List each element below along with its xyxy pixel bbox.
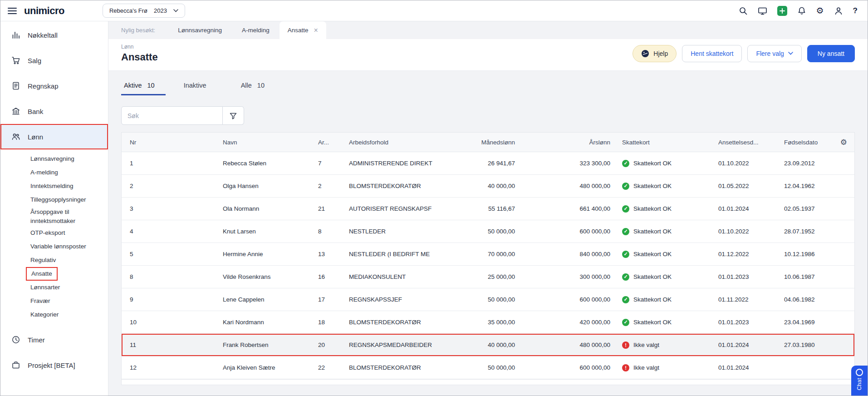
column-header[interactable]: Navn [223, 139, 318, 146]
table-row[interactable]: 11 Frank Robertsen 20 REGNSKAPSMEDARBEID… [122, 334, 854, 356]
sidebar-item-label: Timer [28, 336, 45, 344]
notifications-bell-icon[interactable] [797, 6, 806, 15]
ny-ansatt-button[interactable]: Ny ansatt [807, 45, 855, 62]
status-label: Ikke valgt [633, 364, 659, 371]
table-row[interactable]: 12 Anja Kleiven Sætre 22 BLOMSTERDEKORAT… [122, 356, 854, 379]
help-icon[interactable]: ? [853, 6, 858, 15]
search-input[interactable] [121, 106, 223, 125]
sidebar-subitem[interactable]: Fravær [0, 294, 108, 308]
tab-a-melding[interactable]: A-melding [232, 21, 280, 39]
filter-tab-alle[interactable]: Alle 10 [238, 78, 275, 95]
sidebar-subitem[interactable]: Årsoppgave til inntektsmottaker [0, 207, 108, 226]
cell-nr: 11 [130, 342, 223, 348]
cell-arbeidsforhold-nr: 21 [318, 205, 349, 212]
cell-arbeidsforhold: BLOMSTERDEKORATØR [349, 183, 454, 189]
sidebar-item-label: Nøkkeltall [28, 31, 58, 39]
cell-manedslonn: 25 000,00 [454, 273, 527, 280]
sidebar-subitem[interactable]: OTP-eksport [0, 226, 108, 240]
column-header[interactable]: Ansettelsesd... [718, 139, 784, 146]
column-header[interactable]: Arbeidsforhold [349, 139, 454, 146]
document-icon [11, 81, 20, 90]
user-profile-icon[interactable] [834, 6, 843, 15]
cell-navn: Hermine Annie [223, 251, 318, 257]
column-header[interactable]: Nr [130, 139, 223, 146]
hent-skattekort-button[interactable]: Hent skattekort [682, 45, 742, 62]
column-header[interactable]: Årslønn [527, 139, 622, 146]
table-row[interactable]: 10 Kari Nordmann 18 BLOMSTERDEKORATØR 35… [122, 311, 854, 334]
sidebar-subitem[interactable]: Variable lønnsposter [0, 240, 108, 253]
column-header[interactable]: Ar... [318, 139, 349, 146]
cell-fodselsdato: 04.06.1982 [784, 296, 839, 303]
add-new-icon[interactable] [777, 6, 787, 16]
flere-valg-button[interactable]: Flere valg [747, 45, 801, 62]
sidebar-item-lonn[interactable]: Lønn [0, 124, 108, 149]
cell-arbeidsforhold: NESTLEDER [349, 228, 454, 235]
help-button[interactable]: Hjelp [633, 45, 677, 62]
column-header[interactable]: Fødselsdato [784, 139, 839, 146]
table-row[interactable]: 1 Rebecca Stølen 7 ADMINISTRERENDE DIREK… [122, 152, 854, 175]
tab-close-icon[interactable]: × [314, 26, 318, 35]
sidebar-subitem[interactable]: A-melding [0, 166, 108, 179]
filter-tab-inaktive[interactable]: Inaktive [181, 78, 223, 95]
recent-tabs-strip: Nylig besøkt: Lønnsavregning A-melding A… [108, 21, 868, 39]
filter-button[interactable] [223, 106, 244, 125]
cell-nr: 10 [130, 319, 223, 326]
column-header[interactable]: Månedslønn [454, 139, 527, 146]
column-header[interactable]: Skattekort [622, 139, 718, 146]
sidebar-subitem[interactable]: Regulativ [0, 253, 108, 267]
table-row[interactable]: 9 Lene Cappelen 17 REGNSKAPSSJEF 50 000,… [122, 288, 854, 311]
sidebar-item-timer[interactable]: Timer [0, 327, 108, 352]
sidebar-subitem[interactable]: Ansatte [0, 267, 108, 281]
sidebar-item-regnskap[interactable]: Regnskap [0, 73, 108, 99]
clock-icon [11, 335, 20, 344]
sidebar-subitem-label: Lønnsarter [30, 283, 60, 292]
sidebar-subitem-label: Regulativ [30, 256, 56, 265]
sidebar-subitem[interactable]: Kategorier [0, 308, 108, 322]
sidebar-item-label: Regnskap [28, 82, 59, 90]
cell-arbeidsforhold: ADMINISTRERENDE DIREKT [349, 160, 454, 167]
screen-share-icon[interactable] [758, 6, 767, 15]
filter-tab-aktive[interactable]: Aktive 10 [121, 78, 166, 95]
cell-manedslonn: 50 000,00 [454, 296, 527, 303]
sidebar-subitem[interactable]: Lønnsavregning [0, 152, 108, 166]
hamburger-menu-icon[interactable] [8, 7, 17, 15]
sidebar-item-bank[interactable]: Bank [0, 99, 108, 124]
table-settings-cell: ⚙ [839, 139, 854, 146]
sidebar-item-nokkeltall[interactable]: Nøkkeltall [0, 22, 108, 48]
table-row[interactable]: 4 Knut Larsen 8 NESTLEDER 50 000,00 600 … [122, 220, 854, 243]
main-content: Nylig besøkt: Lønnsavregning A-melding A… [108, 21, 868, 396]
company-selector[interactable]: Rebecca's Frø 2023 [103, 4, 185, 18]
sidebar-item-prosjekt[interactable]: Prosjekt [BETA] [0, 352, 108, 378]
sidebar-subitem[interactable]: Inntektsmelding [0, 179, 108, 193]
cell-navn: Ola Normann [223, 205, 318, 212]
sidebar-subitem-label: Ansatte [26, 267, 58, 281]
tab-lonnsavregning[interactable]: Lønnsavregning [168, 21, 232, 39]
sidebar-subitem-label: Lønnsavregning [30, 154, 74, 163]
sidebar-item-label: Prosjekt [BETA] [28, 361, 75, 369]
sidebar-subitem-label: Variable lønnsposter [30, 242, 86, 251]
sidebar-subitem[interactable]: Tilleggsopplysninger [0, 193, 108, 207]
table-row[interactable]: 2 Olga Hansen 2 BLOMSTERDEKORATØR 40 000… [122, 175, 854, 198]
search-row [121, 106, 855, 125]
cell-ansettelsesdato: 01.10.2022 [718, 160, 784, 167]
cell-arbeidsforhold-nr: 22 [318, 364, 349, 371]
table-scrollbar-track[interactable] [122, 379, 854, 385]
chat-widget-button[interactable]: Chat [851, 366, 868, 396]
cell-arslonn: 300 000,00 [527, 273, 622, 280]
cell-navn: Anja Kleiven Sætre [223, 364, 318, 371]
table-row[interactable]: 8 Vilde Rosenkrans 16 MEDIAKONSULENT 25 … [122, 266, 854, 288]
cell-arslonn: 600 000,00 [527, 228, 622, 235]
sidebar-subitem-label: A-melding [30, 168, 58, 177]
cell-skattekort: ✓ Skattekort OK [622, 319, 718, 326]
sidebar-item-salg[interactable]: Salg [0, 48, 108, 73]
table-row[interactable]: 3 Ola Normann 21 AUTORISERT REGNSKAPSF 5… [122, 198, 854, 220]
gear-icon[interactable]: ⚙ [840, 139, 847, 146]
tab-ansatte[interactable]: Ansatte × [280, 21, 326, 39]
cell-manedslonn: 26 941,67 [454, 160, 527, 167]
search-icon[interactable] [739, 6, 748, 15]
sidebar-subitem[interactable]: Lønnsarter [0, 281, 108, 294]
cell-manedslonn: 70 000,00 [454, 251, 527, 257]
settings-gear-icon[interactable]: ⚙ [816, 6, 824, 15]
table-row[interactable]: 5 Hermine Annie 13 NESTLEDER (I BEDRIFT … [122, 243, 854, 266]
status-label: Skattekort OK [633, 160, 672, 167]
